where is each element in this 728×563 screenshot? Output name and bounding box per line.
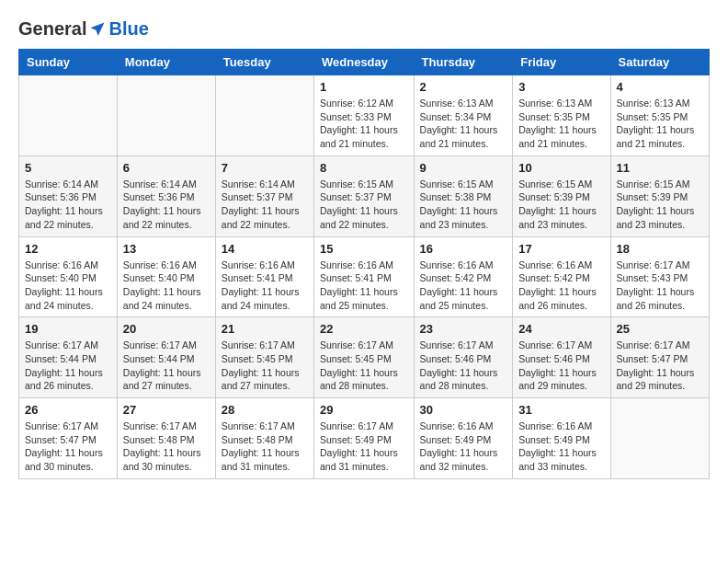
calendar-cell: 2Sunrise: 6:13 AM Sunset: 5:34 PM Daylig…	[414, 75, 513, 156]
day-info: Sunrise: 6:17 AM Sunset: 5:45 PM Dayligh…	[222, 339, 308, 393]
day-info: Sunrise: 6:14 AM Sunset: 5:36 PM Dayligh…	[123, 178, 210, 232]
day-number: 6	[123, 161, 210, 175]
day-info: Sunrise: 6:16 AM Sunset: 5:49 PM Dayligh…	[420, 419, 507, 474]
calendar-cell: 18Sunrise: 6:17 AM Sunset: 5:43 PM Dayli…	[610, 236, 709, 317]
day-info: Sunrise: 6:17 AM Sunset: 5:46 PM Dayligh…	[420, 339, 507, 393]
weekday-header-thursday: Thursday	[414, 50, 513, 75]
weekday-header-tuesday: Tuesday	[215, 50, 313, 75]
day-number: 8	[320, 161, 408, 175]
day-info: Sunrise: 6:16 AM Sunset: 5:40 PM Dayligh…	[25, 259, 111, 313]
day-number: 5	[25, 161, 111, 175]
day-info: Sunrise: 6:16 AM Sunset: 5:42 PM Dayligh…	[518, 259, 604, 313]
weekday-header-wednesday: Wednesday	[314, 50, 415, 75]
day-info: Sunrise: 6:14 AM Sunset: 5:37 PM Dayligh…	[222, 178, 308, 232]
weekday-header-monday: Monday	[117, 50, 215, 75]
day-number: 2	[420, 80, 507, 94]
logo: General Blue	[18, 18, 149, 40]
day-number: 26	[25, 403, 111, 417]
day-info: Sunrise: 6:15 AM Sunset: 5:37 PM Dayligh…	[320, 178, 408, 232]
day-info: Sunrise: 6:17 AM Sunset: 5:46 PM Dayligh…	[518, 339, 604, 393]
day-info: Sunrise: 6:17 AM Sunset: 5:45 PM Dayligh…	[320, 339, 408, 393]
day-info: Sunrise: 6:13 AM Sunset: 5:35 PM Dayligh…	[617, 97, 703, 151]
day-number: 24	[518, 322, 604, 336]
calendar-cell: 8Sunrise: 6:15 AM Sunset: 5:37 PM Daylig…	[314, 155, 415, 236]
day-number: 1	[320, 80, 408, 94]
calendar-cell: 12Sunrise: 6:16 AM Sunset: 5:40 PM Dayli…	[19, 236, 118, 317]
calendar-cell: 1Sunrise: 6:12 AM Sunset: 5:33 PM Daylig…	[314, 75, 415, 156]
calendar-cell	[610, 398, 709, 479]
logo-general-text: General	[18, 18, 86, 40]
day-number: 27	[123, 403, 210, 417]
day-info: Sunrise: 6:17 AM Sunset: 5:49 PM Dayligh…	[320, 419, 408, 474]
day-number: 28	[222, 403, 308, 417]
day-info: Sunrise: 6:16 AM Sunset: 5:42 PM Dayligh…	[420, 259, 507, 313]
day-info: Sunrise: 6:17 AM Sunset: 5:48 PM Dayligh…	[123, 419, 210, 474]
calendar-cell: 14Sunrise: 6:16 AM Sunset: 5:41 PM Dayli…	[215, 236, 313, 317]
calendar-cell: 19Sunrise: 6:17 AM Sunset: 5:44 PM Dayli…	[19, 317, 118, 398]
calendar-cell: 15Sunrise: 6:16 AM Sunset: 5:41 PM Dayli…	[314, 236, 415, 317]
day-info: Sunrise: 6:16 AM Sunset: 5:41 PM Dayligh…	[320, 259, 408, 313]
calendar-cell: 22Sunrise: 6:17 AM Sunset: 5:45 PM Dayli…	[314, 317, 415, 398]
day-info: Sunrise: 6:15 AM Sunset: 5:39 PM Dayligh…	[518, 178, 604, 232]
logo-bird-icon	[88, 20, 107, 39]
day-info: Sunrise: 6:15 AM Sunset: 5:39 PM Dayligh…	[617, 178, 703, 232]
day-number: 17	[518, 242, 604, 256]
calendar-cell: 5Sunrise: 6:14 AM Sunset: 5:36 PM Daylig…	[19, 155, 118, 236]
calendar-cell	[19, 75, 118, 156]
calendar-cell: 11Sunrise: 6:15 AM Sunset: 5:39 PM Dayli…	[610, 155, 709, 236]
calendar-week-row: 1Sunrise: 6:12 AM Sunset: 5:33 PM Daylig…	[19, 75, 710, 156]
calendar-cell: 29Sunrise: 6:17 AM Sunset: 5:49 PM Dayli…	[314, 398, 415, 479]
day-info: Sunrise: 6:17 AM Sunset: 5:44 PM Dayligh…	[123, 339, 210, 393]
day-number: 15	[320, 242, 408, 256]
day-number: 7	[222, 161, 308, 175]
day-info: Sunrise: 6:16 AM Sunset: 5:49 PM Dayligh…	[518, 419, 604, 474]
day-info: Sunrise: 6:16 AM Sunset: 5:41 PM Dayligh…	[222, 259, 308, 313]
calendar-cell	[215, 75, 313, 156]
calendar-cell: 28Sunrise: 6:17 AM Sunset: 5:48 PM Dayli…	[215, 398, 313, 479]
calendar-cell: 21Sunrise: 6:17 AM Sunset: 5:45 PM Dayli…	[215, 317, 313, 398]
day-info: Sunrise: 6:14 AM Sunset: 5:36 PM Dayligh…	[25, 178, 111, 232]
calendar-cell: 23Sunrise: 6:17 AM Sunset: 5:46 PM Dayli…	[414, 317, 513, 398]
calendar-cell: 20Sunrise: 6:17 AM Sunset: 5:44 PM Dayli…	[117, 317, 215, 398]
calendar-cell: 30Sunrise: 6:16 AM Sunset: 5:49 PM Dayli…	[414, 398, 513, 479]
day-number: 4	[617, 80, 703, 94]
calendar-cell: 3Sunrise: 6:13 AM Sunset: 5:35 PM Daylig…	[513, 75, 610, 156]
day-info: Sunrise: 6:13 AM Sunset: 5:35 PM Dayligh…	[518, 97, 604, 151]
calendar-week-row: 12Sunrise: 6:16 AM Sunset: 5:40 PM Dayli…	[19, 236, 710, 317]
day-number: 18	[617, 242, 703, 256]
calendar-table: SundayMondayTuesdayWednesdayThursdayFrid…	[18, 49, 710, 479]
day-number: 12	[25, 242, 111, 256]
weekday-header-sunday: Sunday	[19, 50, 118, 75]
logo-blue-text: Blue	[108, 18, 148, 40]
day-info: Sunrise: 6:17 AM Sunset: 5:48 PM Dayligh…	[222, 419, 308, 474]
calendar-cell: 6Sunrise: 6:14 AM Sunset: 5:36 PM Daylig…	[117, 155, 215, 236]
day-info: Sunrise: 6:17 AM Sunset: 5:43 PM Dayligh…	[617, 259, 703, 313]
calendar-week-row: 19Sunrise: 6:17 AM Sunset: 5:44 PM Dayli…	[19, 317, 710, 398]
day-number: 19	[25, 322, 111, 336]
weekday-header-friday: Friday	[513, 50, 610, 75]
weekday-header-saturday: Saturday	[610, 50, 709, 75]
day-number: 31	[518, 403, 604, 417]
calendar-week-row: 26Sunrise: 6:17 AM Sunset: 5:47 PM Dayli…	[19, 398, 710, 479]
calendar-cell: 7Sunrise: 6:14 AM Sunset: 5:37 PM Daylig…	[215, 155, 313, 236]
calendar-cell: 4Sunrise: 6:13 AM Sunset: 5:35 PM Daylig…	[610, 75, 709, 156]
calendar-cell: 27Sunrise: 6:17 AM Sunset: 5:48 PM Dayli…	[117, 398, 215, 479]
calendar-cell: 10Sunrise: 6:15 AM Sunset: 5:39 PM Dayli…	[513, 155, 610, 236]
day-number: 25	[617, 322, 703, 336]
day-number: 22	[320, 322, 408, 336]
day-number: 30	[420, 403, 507, 417]
calendar-cell: 24Sunrise: 6:17 AM Sunset: 5:46 PM Dayli…	[513, 317, 610, 398]
day-info: Sunrise: 6:17 AM Sunset: 5:44 PM Dayligh…	[25, 339, 111, 393]
calendar-cell: 13Sunrise: 6:16 AM Sunset: 5:40 PM Dayli…	[117, 236, 215, 317]
day-number: 21	[222, 322, 308, 336]
day-number: 11	[617, 161, 703, 175]
day-info: Sunrise: 6:12 AM Sunset: 5:33 PM Dayligh…	[320, 97, 408, 151]
day-number: 29	[320, 403, 408, 417]
calendar-week-row: 5Sunrise: 6:14 AM Sunset: 5:36 PM Daylig…	[19, 155, 710, 236]
day-info: Sunrise: 6:13 AM Sunset: 5:34 PM Dayligh…	[420, 97, 507, 151]
day-number: 20	[123, 322, 210, 336]
calendar-cell: 17Sunrise: 6:16 AM Sunset: 5:42 PM Dayli…	[513, 236, 610, 317]
day-number: 13	[123, 242, 210, 256]
calendar-cell: 9Sunrise: 6:15 AM Sunset: 5:38 PM Daylig…	[414, 155, 513, 236]
day-number: 10	[518, 161, 604, 175]
